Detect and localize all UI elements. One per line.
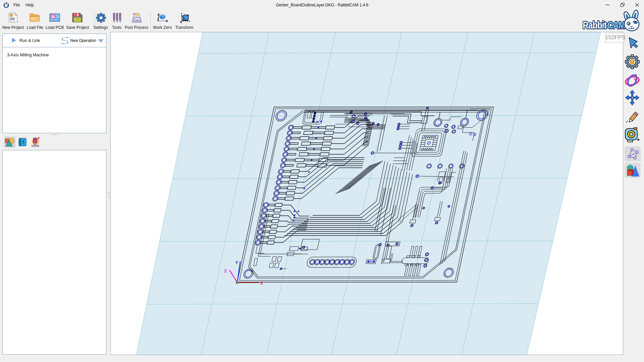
svg-text:Y: Y — [235, 260, 238, 265]
svg-text:Rabbit: Rabbit — [583, 19, 606, 31]
svg-text:X: X — [260, 280, 263, 286]
svg-text:CAM: CAM — [607, 19, 625, 31]
svg-text:Y: Y — [181, 12, 183, 15]
svg-text:z: z — [181, 21, 182, 23]
svg-text:x: x — [189, 19, 190, 22]
svg-text:Z: Z — [224, 268, 227, 273]
